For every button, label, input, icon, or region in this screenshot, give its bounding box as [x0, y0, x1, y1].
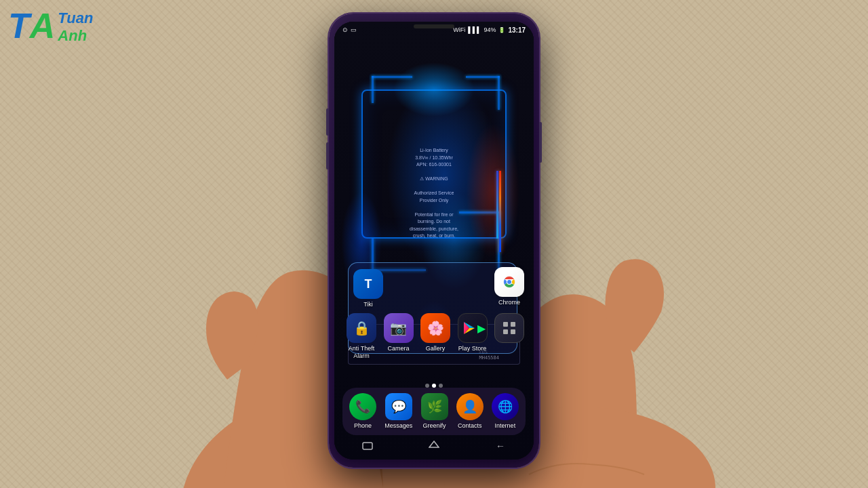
status-camera-icon: ⊙: [342, 26, 348, 33]
phone-screen: Li-Ion Battery 3.8V∞ / 10.35Whr APN: 616…: [334, 22, 534, 460]
svg-marker-12: [429, 441, 439, 447]
wifi-icon: WiFi: [453, 26, 465, 33]
more-app[interactable]: [494, 313, 524, 345]
volume-up-button[interactable]: [326, 108, 329, 136]
svg-point-4: [507, 280, 511, 284]
power-button[interactable]: [539, 122, 542, 163]
phone-icon[interactable]: 📞: [349, 393, 376, 420]
nav-bar: ←: [334, 438, 534, 454]
greenify-app[interactable]: 🌿 Greenify: [421, 393, 448, 430]
logo: T A Tuan Anh: [8, 8, 144, 62]
messages-label: Messages: [384, 422, 412, 430]
nav-home-button[interactable]: [427, 439, 441, 453]
chrome-icon[interactable]: [494, 267, 524, 297]
internet-label: Internet: [495, 422, 516, 430]
chrome-app[interactable]: Chrome: [494, 267, 524, 306]
antitheft-label: Anti TheftAlarm: [349, 345, 374, 360]
logo-text: Tuan Anh: [58, 9, 93, 45]
nav-recents-button[interactable]: [361, 439, 374, 453]
gallery-label: Gallery: [426, 345, 446, 352]
svg-rect-10: [511, 329, 515, 334]
tiki-label: Tiki: [363, 301, 373, 308]
gallery-icon[interactable]: 🌸: [420, 313, 450, 343]
battery-percentage: 94%: [484, 26, 496, 33]
internet-app[interactable]: 🌐 Internet: [492, 393, 519, 430]
logo-anh: Anh: [58, 27, 93, 45]
battery-icon: 🔋: [498, 27, 505, 33]
tiki-app[interactable]: T Tiki: [353, 269, 383, 308]
page-dot-3: [439, 384, 443, 388]
svg-rect-8: [511, 322, 515, 327]
speaker-notch: [414, 24, 454, 28]
contacts-label: Contacts: [458, 422, 482, 430]
phone-label: Phone: [354, 422, 372, 430]
phone-app[interactable]: 📞 Phone: [349, 393, 376, 430]
svg-rect-11: [363, 443, 372, 449]
tiki-icon[interactable]: T: [353, 269, 383, 299]
chrome-label: Chrome: [498, 299, 520, 306]
camera-label: Camera: [387, 345, 409, 352]
antitheft-icon[interactable]: 🔒: [347, 313, 376, 343]
svg-rect-9: [503, 329, 508, 334]
page-dot-2: [432, 384, 436, 388]
phone: Li-Ion Battery 3.8V∞ / 10.35Whr APN: 616…: [329, 14, 539, 468]
nav-back-button[interactable]: ←: [494, 439, 507, 453]
contacts-icon[interactable]: 👤: [456, 393, 484, 420]
battery-info-text: Li-Ion Battery 3.8V∞ / 10.35Whr APN: 616…: [365, 147, 503, 240]
camera-app[interactable]: 📷 Camera: [384, 313, 414, 352]
dock-bar: 📞 Phone 💬 Messages 🌿: [342, 388, 526, 435]
signal-icon: ▌▌▌: [468, 26, 481, 33]
gallery-app[interactable]: 🌸 Gallery: [420, 313, 450, 352]
svg-rect-7: [503, 322, 508, 327]
page-indicator: [425, 384, 443, 388]
contacts-app[interactable]: 👤 Contacts: [456, 393, 484, 430]
logo-t-letter: T: [8, 8, 30, 43]
logo-a-letter: A: [30, 8, 56, 43]
more-icon[interactable]: [494, 313, 524, 343]
volume-down-button[interactable]: [326, 142, 329, 169]
status-left: ⊙ ▭: [342, 26, 357, 33]
greenify-label: Greenify: [422, 422, 446, 430]
status-sd-icon: ▭: [351, 26, 357, 33]
playstore-label: Play Store: [458, 345, 487, 352]
logo-tuan: Tuan: [58, 9, 93, 27]
messages-icon[interactable]: 💬: [385, 393, 412, 420]
back-icon: ←: [496, 441, 505, 451]
antitheft-app[interactable]: 🔒 Anti TheftAlarm: [347, 313, 376, 360]
camera-icon[interactable]: 📷: [384, 313, 414, 343]
home-screen: T Tiki: [334, 22, 534, 460]
playstore-icon[interactable]: ▶: [458, 313, 488, 343]
page-dot-1: [425, 384, 429, 388]
status-right: WiFi ▌▌▌ 94% 🔋 13:17: [453, 26, 526, 34]
clock: 13:17: [508, 26, 526, 34]
greenify-icon[interactable]: 🌿: [421, 393, 448, 420]
logo-ta: T A Tuan Anh: [8, 8, 144, 45]
internet-icon[interactable]: 🌐: [492, 393, 519, 420]
messages-app[interactable]: 💬 Messages: [384, 393, 412, 430]
playstore-app[interactable]: ▶ Play Store: [458, 313, 488, 352]
dock: 📞 Phone 💬 Messages 🌿: [340, 388, 528, 435]
main-apps-row: 🔒 Anti TheftAlarm 📷 Camera 🌸 Gal: [347, 313, 524, 360]
